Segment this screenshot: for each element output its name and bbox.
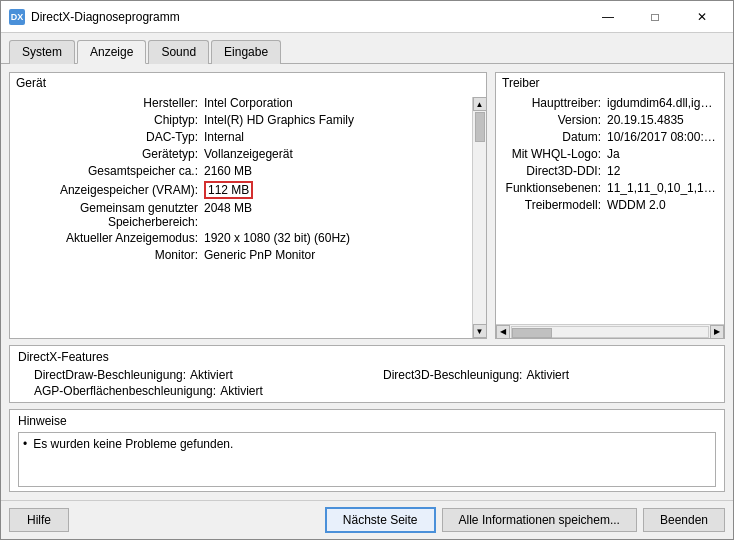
driver-row: Datum: 10/16/2017 08:00:00 [502, 129, 718, 146]
row-label: Gemeinsam genutzter Speicherbereich: [14, 201, 204, 229]
table-row: DAC-Typ: Internal [14, 129, 468, 146]
driver-label: Version: [502, 113, 607, 127]
device-scrollbar[interactable]: ▲ ▼ [472, 97, 486, 338]
feature-label: DirectDraw-Beschleunigung: [34, 368, 186, 382]
driver-scrollbar[interactable]: ◀ ▶ [496, 324, 724, 338]
driver-label: Treibermodell: [502, 198, 607, 212]
help-button[interactable]: Hilfe [9, 508, 69, 532]
row-label: Gesamtspeicher ca.: [14, 164, 204, 178]
driver-label: Funktionsebenen: [502, 181, 607, 195]
table-row: Hersteller: Intel Corporation [14, 95, 468, 112]
feature-label: Direct3D-Beschleunigung: [383, 368, 522, 382]
table-row: Monitor: Generic PnP Monitor [14, 247, 468, 264]
scroll-up-button[interactable]: ▲ [473, 97, 487, 111]
driver-label: Datum: [502, 130, 607, 144]
driver-title: Treiber [496, 73, 724, 93]
driver-value: 10/16/2017 08:00:00 [607, 130, 717, 144]
maximize-button[interactable]: □ [632, 1, 678, 33]
notes-title: Hinweise [18, 414, 716, 428]
row-label: Chiptyp: [14, 113, 204, 127]
driver-scroll-track [511, 326, 709, 338]
row-value: Intel Corporation [204, 96, 468, 110]
bottom-bar: Hilfe Nächste Seite Alle Informationen s… [1, 500, 733, 539]
notes-item: • Es wurden keine Probleme gefunden. [23, 437, 711, 451]
row-label: Gerätetyp: [14, 147, 204, 161]
vram-highlight-box: 112 MB [204, 181, 253, 199]
minimize-button[interactable]: — [585, 1, 631, 33]
close-button[interactable]: ✕ [679, 1, 725, 33]
notes-section: Hinweise • Es wurden keine Probleme gefu… [9, 409, 725, 492]
scroll-track [474, 111, 486, 324]
next-button[interactable]: Nächste Seite [325, 507, 436, 533]
table-row: Chiptyp: Intel(R) HD Graphics Family [14, 112, 468, 129]
main-window: DX DirectX-Diagnoseprogramm — □ ✕ System… [0, 0, 734, 540]
driver-label: Mit WHQL-Logo: [502, 147, 607, 161]
driver-row: Funktionsebenen: 11_1,11_0,10_1,10_0,9_3… [502, 180, 718, 197]
features-title: DirectX-Features [18, 350, 716, 364]
table-row: Gesamtspeicher ca.: 2160 MB [14, 163, 468, 180]
row-value: 1920 x 1080 (32 bit) (60Hz) [204, 231, 468, 245]
tabs-bar: System Anzeige Sound Eingabe [1, 33, 733, 64]
driver-value: Ja [607, 147, 717, 161]
tab-anzeige[interactable]: Anzeige [77, 40, 146, 64]
window-title: DirectX-Diagnoseprogramm [31, 10, 585, 24]
bullet-point: • [23, 437, 27, 451]
feature-value: Aktiviert [220, 384, 263, 398]
scroll-right-button[interactable]: ▶ [710, 325, 724, 339]
feature-row: Direct3D-Beschleunigung: Aktiviert [383, 368, 716, 382]
driver-label: Direct3D-DDI: [502, 164, 607, 178]
top-panels: Gerät Hersteller: Intel Corporation Chip… [9, 72, 725, 339]
row-value: Intel(R) HD Graphics Family [204, 113, 468, 127]
row-value: Vollanzeigegerät [204, 147, 468, 161]
features-grid: DirectDraw-Beschleunigung: Aktiviert Dir… [18, 368, 716, 398]
device-table: Hersteller: Intel Corporation Chiptyp: I… [10, 93, 486, 338]
main-content: Gerät Hersteller: Intel Corporation Chip… [1, 64, 733, 500]
vram-row: Anzeigespeicher (VRAM): 112 MB [14, 180, 468, 200]
driver-value: WDDM 2.0 [607, 198, 717, 212]
row-label: DAC-Typ: [14, 130, 204, 144]
notes-text: Es wurden keine Probleme gefunden. [33, 437, 233, 451]
driver-value: 11_1,11_0,10_1,10_0,9_3,9_2,9_ [607, 181, 717, 195]
feature-value: Aktiviert [190, 368, 233, 382]
save-button[interactable]: Alle Informationen speichem... [442, 508, 637, 532]
row-label: Monitor: [14, 248, 204, 262]
driver-row: Haupttreiber: igdumdim64.dll,igd10iumd64… [502, 95, 718, 112]
feature-row: AGP-Oberflächenbeschleunigung: Aktiviert [34, 384, 367, 398]
row-label: Hersteller: [14, 96, 204, 110]
titlebar-buttons: — □ ✕ [585, 1, 725, 33]
scroll-down-button[interactable]: ▼ [473, 324, 487, 338]
table-row: Gemeinsam genutzter Speicherbereich: 204… [14, 200, 468, 230]
row-value: Internal [204, 130, 468, 144]
table-row: Gerätetyp: Vollanzeigegerät [14, 146, 468, 163]
driver-row: Version: 20.19.15.4835 [502, 112, 718, 129]
driver-row: Direct3D-DDI: 12 [502, 163, 718, 180]
driver-value: igdumdim64.dll,igd10iumd64.dll,igd [607, 96, 717, 110]
scroll-thumb[interactable] [475, 112, 485, 142]
row-value: Generic PnP Monitor [204, 248, 468, 262]
driver-row: Treibermodell: WDDM 2.0 [502, 197, 718, 214]
device-title: Gerät [10, 73, 486, 93]
scroll-left-button[interactable]: ◀ [496, 325, 510, 339]
driver-label: Haupttreiber: [502, 96, 607, 110]
row-label: Aktueller Anzeigemodus: [14, 231, 204, 245]
driver-value: 12 [607, 164, 717, 178]
driver-panel: Treiber Haupttreiber: igdumdim64.dll,igd… [495, 72, 725, 339]
feature-value: Aktiviert [526, 368, 569, 382]
feature-row: DirectDraw-Beschleunigung: Aktiviert [34, 368, 367, 382]
features-section: DirectX-Features DirectDraw-Beschleunigu… [9, 345, 725, 403]
notes-content: • Es wurden keine Probleme gefunden. [18, 432, 716, 487]
tab-system[interactable]: System [9, 40, 75, 64]
driver-scroll-thumb[interactable] [512, 328, 552, 338]
tab-sound[interactable]: Sound [148, 40, 209, 64]
driver-table: Haupttreiber: igdumdim64.dll,igd10iumd64… [496, 93, 724, 324]
tab-eingabe[interactable]: Eingabe [211, 40, 281, 64]
table-row: Aktueller Anzeigemodus: 1920 x 1080 (32 … [14, 230, 468, 247]
driver-row: Mit WHQL-Logo: Ja [502, 146, 718, 163]
app-icon: DX [9, 9, 25, 25]
device-panel: Gerät Hersteller: Intel Corporation Chip… [9, 72, 487, 339]
vram-value: 112 MB [204, 181, 468, 199]
feature-label: AGP-Oberflächenbeschleunigung: [34, 384, 216, 398]
exit-button[interactable]: Beenden [643, 508, 725, 532]
titlebar: DX DirectX-Diagnoseprogramm — □ ✕ [1, 1, 733, 33]
row-value: 2160 MB [204, 164, 468, 178]
